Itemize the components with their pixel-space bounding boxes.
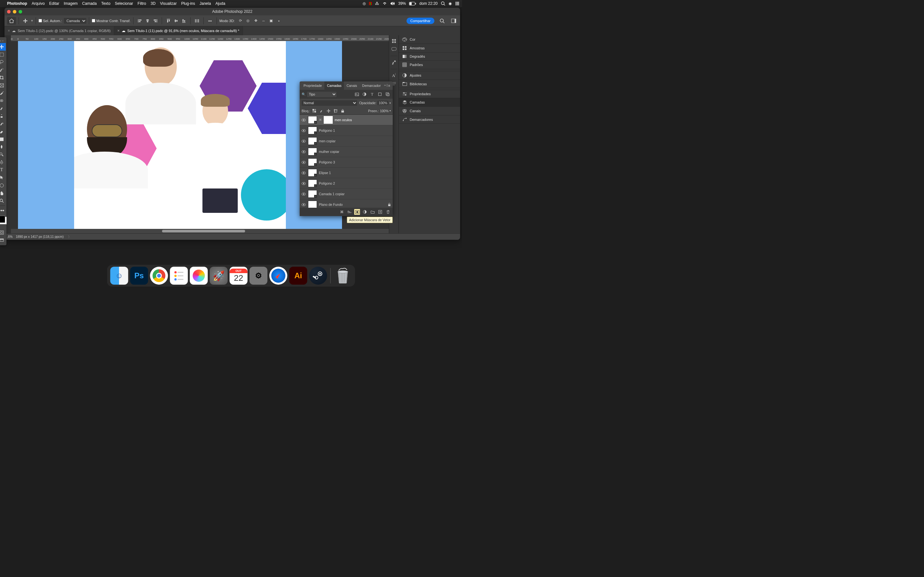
layer-row[interactable]: Plano de Fundo [300, 199, 393, 208]
document-tab-1[interactable]: × ☁ Sem Título-1 (11).psdc @ 91,6% (men … [114, 26, 243, 35]
menu-plugins[interactable]: Plug-ins [181, 1, 195, 6]
add-mask-icon[interactable] [354, 209, 360, 215]
spotlight-icon[interactable] [441, 1, 445, 6]
menu-camada[interactable]: Camada [82, 1, 97, 6]
marquee-tool[interactable] [0, 51, 6, 58]
visibility-icon[interactable] [302, 161, 306, 164]
blur-tool[interactable] [0, 143, 6, 151]
zoom-window-button[interactable] [19, 10, 22, 13]
control-center-icon[interactable] [455, 2, 459, 5]
adjustment-layer-icon[interactable] [362, 209, 368, 215]
strip-comment-icon[interactable] [390, 45, 398, 53]
align-left-icon[interactable] [136, 17, 144, 24]
tab-propriedades[interactable]: Propriedade [301, 81, 325, 90]
tab-canais[interactable]: Canais [344, 81, 360, 90]
blend-mode-dropdown[interactable]: Normal [302, 100, 357, 106]
edit-toolbar-button[interactable]: ••• [0, 207, 6, 214]
layer-row[interactable]: ▫Polígono 1 [300, 125, 393, 136]
tab-demarcadores[interactable]: Demarcador [360, 81, 383, 90]
filter-type-dropdown[interactable]: Tipo [307, 92, 336, 97]
show-transform-checkbox[interactable]: Mostrar Contr. Transf. [92, 19, 130, 23]
dock-reminders[interactable] [170, 267, 188, 285]
quick-select-tool[interactable] [0, 66, 6, 74]
layer-thumbnail[interactable]: ▫ [308, 158, 317, 166]
visibility-icon[interactable] [302, 129, 306, 132]
heal-tool[interactable] [0, 97, 6, 105]
wifi-icon[interactable] [382, 2, 387, 5]
distribute-icon[interactable] [193, 17, 201, 24]
menu-imagem[interactable]: Imagem [64, 1, 78, 6]
horizontal-ruler[interactable]: -500501001502002503003504004505005506006… [11, 35, 389, 41]
align-right-icon[interactable] [152, 17, 159, 24]
zoom-tool[interactable] [0, 197, 6, 205]
delete-layer-icon[interactable] [385, 209, 391, 215]
layer-men-oculos[interactable] [74, 105, 148, 189]
workspace-button[interactable] [450, 17, 457, 25]
visibility-icon[interactable] [302, 193, 306, 195]
layer-row[interactable]: ▫men copiar [300, 136, 393, 147]
dock-settings[interactable]: ⚙ [250, 267, 268, 285]
dock-safari[interactable] [270, 267, 288, 285]
search-button[interactable] [438, 17, 446, 25]
layer-thumbnail[interactable]: ▫ [308, 179, 317, 187]
align-hcenter-icon[interactable] [144, 17, 152, 24]
panel-cor[interactable]: Cor [399, 35, 460, 44]
fill-dropdown-icon[interactable]: ▾ [389, 109, 391, 112]
panel-menu-icon[interactable]: ≡ [388, 84, 390, 87]
opacity-value[interactable]: 100% [377, 101, 389, 105]
document-tab-0[interactable]: × ☁ Sem Título-1 (12).psdc @ 130% (Camad… [5, 26, 114, 35]
3d-camera-icon[interactable]: ▪ [275, 17, 283, 24]
filter-type-icon[interactable]: T [369, 91, 375, 97]
more-align-icon[interactable]: ••• [206, 17, 214, 24]
battery-icon[interactable] [409, 2, 416, 5]
visibility-icon[interactable] [302, 182, 306, 185]
menu-selecionar[interactable]: Selecionar [115, 1, 133, 6]
lock-brush-icon[interactable] [318, 108, 325, 114]
visibility-icon[interactable] [302, 140, 306, 143]
flag-icon[interactable]: ▮ [369, 2, 372, 5]
close-window-button[interactable] [7, 10, 11, 13]
siri-icon[interactable]: ◉ [449, 1, 452, 6]
path-select-tool[interactable] [0, 174, 6, 181]
align-top-icon[interactable] [165, 17, 172, 24]
fill-value[interactable]: 100% [380, 109, 389, 113]
menu-ajuda[interactable]: Ajuda [215, 1, 225, 6]
close-tab-icon[interactable]: × [8, 29, 10, 33]
panel-camadas[interactable]: Camadas [399, 98, 460, 107]
dock-photos[interactable] [190, 267, 208, 285]
layer-row[interactable]: ▫Polígono 3 [300, 157, 393, 168]
filter-adjust-icon[interactable] [361, 91, 368, 97]
panel-canais[interactable]: Canais [399, 107, 460, 115]
tools-grip[interactable]: × ‹‹ [0, 39, 6, 43]
layer-thumbnail[interactable]: ▫ [308, 137, 317, 145]
align-bottom-icon[interactable] [180, 17, 188, 24]
menu-texto[interactable]: Texto [101, 1, 110, 6]
screenrec-icon[interactable]: ◎ [363, 1, 366, 6]
volume-icon[interactable] [391, 2, 395, 5]
move-tool-indicator[interactable] [21, 17, 29, 24]
opacity-dropdown-icon[interactable]: ▾ [389, 102, 391, 105]
menu-janela[interactable]: Janela [200, 1, 211, 6]
visibility-icon[interactable] [302, 119, 306, 121]
menu-3d[interactable]: 3D [150, 1, 155, 6]
lasso-tool[interactable] [0, 58, 6, 66]
frame-tool[interactable] [0, 81, 6, 89]
share-button[interactable]: Compartilhar [407, 18, 435, 24]
dock-trash[interactable] [334, 267, 352, 285]
history-brush-tool[interactable] [0, 120, 6, 127]
panel-propriedades[interactable]: Propriedades [399, 90, 460, 98]
dock-calendar[interactable]: OUT22 [230, 267, 248, 285]
dock-photoshop[interactable]: Ps [130, 267, 148, 285]
visibility-icon[interactable] [302, 203, 306, 206]
lock-artboard-icon[interactable] [333, 108, 338, 114]
filter-shape-icon[interactable] [376, 91, 383, 97]
align-vcenter-icon[interactable] [172, 17, 180, 24]
3d-roll-icon[interactable]: ◎ [244, 17, 252, 24]
layer-thumbnail[interactable]: ▫ [308, 190, 317, 198]
mask-thumbnail[interactable] [324, 116, 333, 124]
menu-editar[interactable]: Editar [49, 1, 59, 6]
dock-finder[interactable]: ☺ [110, 267, 128, 285]
layer-thumbnail[interactable]: ▫ [308, 148, 317, 155]
dock-illustrator[interactable]: Ai [289, 267, 307, 285]
3d-slide-icon[interactable]: ↔ [260, 17, 267, 24]
